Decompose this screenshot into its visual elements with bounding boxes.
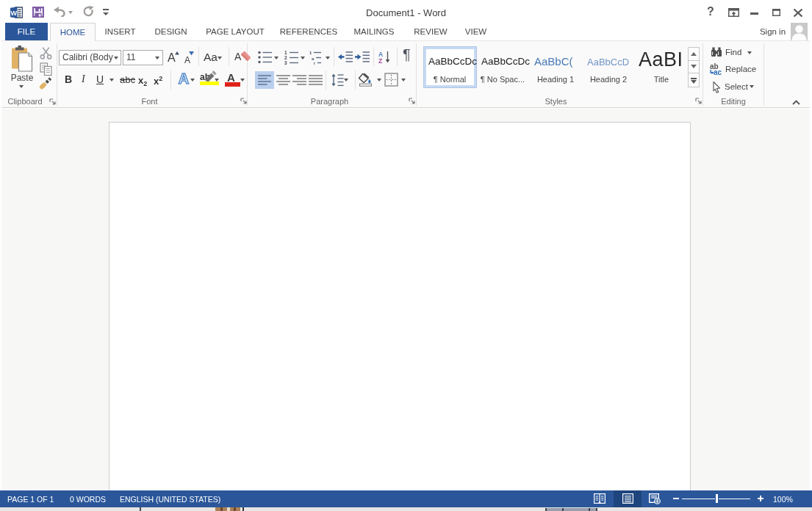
svg-text:Z: Z (378, 57, 382, 64)
svg-text:a: a (312, 57, 315, 61)
svg-text:i: i (314, 61, 315, 65)
svg-text:2: 2 (284, 55, 287, 60)
svg-text:3: 3 (284, 60, 287, 65)
svg-text:1: 1 (309, 51, 312, 55)
svg-text:A: A (179, 70, 189, 87)
svg-text:W: W (11, 10, 18, 17)
svg-text:1: 1 (284, 50, 287, 55)
